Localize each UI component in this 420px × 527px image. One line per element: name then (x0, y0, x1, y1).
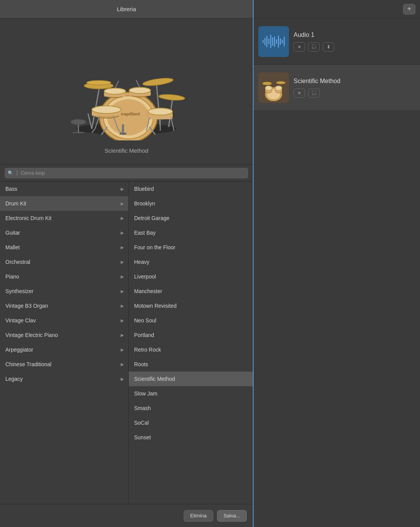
item-label: Retro Rock (134, 347, 161, 353)
item-label: Four on the Floor (134, 244, 175, 250)
track-controls-audio1: ✕ 🎧 ⬇ (294, 42, 415, 52)
right-list-item[interactable]: Smash (129, 401, 253, 415)
left-category-item[interactable]: Arpeggiator▶ (0, 342, 128, 357)
left-category-item[interactable]: Orchestral▶ (0, 255, 128, 269)
chevron-right-icon: ▶ (121, 347, 124, 352)
right-list-item[interactable]: Brooklyn (129, 196, 253, 211)
chevron-right-icon: ▶ (121, 333, 124, 338)
item-label: Roots (134, 361, 148, 367)
left-category-list: Bass▶Drum Kit▶Electronic Drum Kit▶Guitar… (0, 182, 129, 504)
item-label: Liverpool (134, 274, 156, 280)
category-label: Orchestral (5, 259, 30, 265)
headphones-button-audio1[interactable]: 🎧 (308, 42, 320, 52)
right-list-item[interactable]: Bluebird (129, 182, 253, 196)
right-list-item[interactable]: Liverpool (129, 269, 253, 284)
track-info-audio1: Audio 1 ✕ 🎧 ⬇ (294, 32, 415, 52)
left-category-item[interactable]: Chinese Traditional▶ (0, 357, 128, 372)
chevron-right-icon: ▶ (121, 187, 124, 192)
mic-off-icon: ✕ (297, 44, 301, 50)
left-category-item[interactable]: Vintage B3 Organ▶ (0, 299, 128, 313)
right-list-item[interactable]: East Bay (129, 225, 253, 240)
headphones-icon-2: 🎧 (311, 90, 317, 95)
category-label: Arpeggiator (5, 347, 33, 353)
item-label: Smash (134, 405, 151, 411)
plus-icon: + (407, 5, 412, 13)
right-list-item[interactable]: Motown Revisited (129, 299, 253, 313)
headphones-button-scientific[interactable]: 🎧 (308, 88, 320, 98)
track-item-audio1: Audio 1 ✕ 🎧 ⬇ (254, 18, 420, 65)
svg-point-19 (92, 106, 121, 113)
left-category-item[interactable]: Synthesizer▶ (0, 284, 128, 299)
category-label: Electronic Drum Kit (5, 215, 51, 221)
left-category-item[interactable]: Bass▶ (0, 182, 128, 196)
left-category-item[interactable]: Piano▶ (0, 269, 128, 284)
right-list-item[interactable]: Neo Soul (129, 313, 253, 328)
track-name-scientific: Scientific Method (294, 78, 415, 85)
delete-button[interactable]: Elimina (184, 510, 213, 522)
item-label: Brooklyn (134, 200, 155, 207)
svg-point-38 (71, 119, 86, 125)
chevron-right-icon: ▶ (121, 289, 124, 294)
chevron-right-icon: ▶ (121, 201, 124, 206)
input-icon: ⬇ (327, 44, 330, 50)
svg-line-31 (136, 80, 140, 88)
right-list-item[interactable]: Roots (129, 357, 253, 372)
right-list-item[interactable]: Manchester (129, 284, 253, 299)
mic-off-button-scientific[interactable]: ✕ (294, 88, 305, 98)
right-list-item[interactable]: Retro Rock (129, 342, 253, 357)
search-input-wrapper[interactable]: 🔍 (5, 168, 248, 178)
track-thumbnail-scientific (258, 72, 289, 103)
track-thumbnail-audio1 (258, 26, 289, 57)
left-category-item[interactable]: Drum Kit▶ (0, 196, 128, 211)
chevron-right-icon: ▶ (121, 245, 124, 250)
category-label: Legacy (5, 376, 23, 382)
search-input[interactable] (21, 170, 245, 176)
chevron-right-icon: ▶ (121, 362, 124, 367)
drum-kit-image: GarageBand (65, 29, 188, 144)
category-label: Guitar (5, 230, 20, 236)
item-label: Detroit Garage (134, 215, 169, 221)
mic-off-button-audio1[interactable]: ✕ (294, 42, 305, 52)
right-list-item[interactable]: Scientific Method (129, 372, 253, 386)
track-info-scientific: Scientific Method ✕ 🎧 (294, 78, 415, 98)
category-label: Synthesizer (5, 288, 33, 294)
left-category-item[interactable]: Vintage Electric Piano▶ (0, 328, 128, 342)
input-button-audio1[interactable]: ⬇ (323, 42, 334, 52)
left-category-item[interactable]: Guitar▶ (0, 225, 128, 240)
headphones-icon: 🎧 (311, 44, 317, 49)
right-list-item[interactable]: Four on the Floor (129, 240, 253, 255)
search-divider (17, 170, 17, 176)
track-name-audio1: Audio 1 (294, 32, 415, 38)
svg-point-46 (275, 86, 282, 90)
right-list-item[interactable]: SoCal (129, 415, 253, 430)
category-label: Vintage Electric Piano (5, 332, 58, 338)
svg-point-44 (265, 86, 272, 90)
right-list-item[interactable]: Slow Jam (129, 386, 253, 401)
chevron-right-icon: ▶ (121, 274, 124, 279)
search-bar: 🔍 (0, 165, 253, 182)
right-list-item[interactable]: Portland (129, 328, 253, 342)
category-label: Vintage B3 Organ (5, 303, 48, 309)
search-icon: 🔍 (8, 170, 13, 176)
svg-point-48 (276, 81, 286, 84)
left-category-item[interactable]: Mallet▶ (0, 240, 128, 255)
left-category-item[interactable]: Electronic Drum Kit▶ (0, 211, 128, 225)
left-category-item[interactable]: Legacy▶ (0, 372, 128, 386)
track-item-scientific: Scientific Method ✕ 🎧 (254, 65, 420, 111)
save-button[interactable]: Salva... (217, 510, 247, 522)
right-list-item[interactable]: Heavy (129, 255, 253, 269)
waveform (262, 34, 285, 49)
chevron-right-icon: ▶ (121, 216, 124, 221)
right-top-bar: + (254, 0, 420, 18)
svg-rect-14 (120, 133, 126, 135)
right-list-item[interactable]: Detroit Garage (129, 211, 253, 225)
chevron-right-icon: ▶ (121, 230, 124, 235)
item-label: Sunset (134, 434, 151, 440)
right-list-item[interactable]: Sunset (129, 430, 253, 445)
footer: Elimina Salva... (0, 504, 253, 527)
left-category-item[interactable]: Vintage Clav▶ (0, 313, 128, 328)
chevron-right-icon: ▶ (121, 318, 124, 323)
add-track-button[interactable]: + (403, 4, 415, 15)
item-label: Scientific Method (134, 376, 175, 382)
item-label: Neo Soul (134, 317, 156, 324)
